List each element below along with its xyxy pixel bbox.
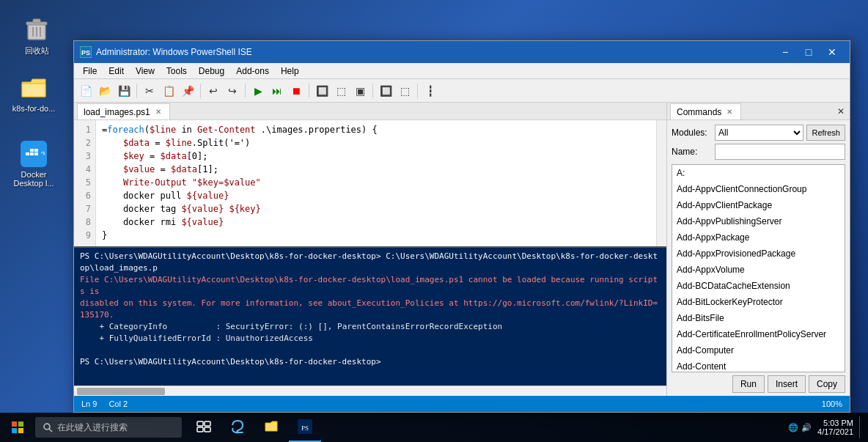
tb-run-sel[interactable]: ⏭ <box>268 82 286 100</box>
console-line-7: PS C:\Users\WDAGUtilityAccount\Desktop\k… <box>80 356 661 368</box>
tab-load-images[interactable]: load_images.ps1 ✕ <box>77 103 170 119</box>
tray-date: 4/17/2021 <box>817 427 853 436</box>
tb-save[interactable]: 💾 <box>115 82 133 100</box>
insert-button[interactable]: Insert <box>768 375 806 393</box>
tb-redo[interactable]: ↪ <box>224 82 241 100</box>
copy-button[interactable]: Copy <box>809 375 845 393</box>
status-col: Col 2 <box>108 399 128 408</box>
console-line-1: PS C:\Users\WDAGUtilityAccount\Desktop\k… <box>80 251 661 274</box>
editor-code[interactable]: =foreach($line in Get-Content .\images.p… <box>96 120 656 246</box>
window-titlebar: PS Administrator: Windows PowerShell ISE… <box>74 41 850 63</box>
cmd-item-9[interactable]: Add-CertificateEnrollmentPolicyServer <box>672 326 845 342</box>
tb-sep4 <box>309 84 309 98</box>
tb-stop[interactable]: ⏹ <box>287 82 305 100</box>
desktop-icon-k8s-folder[interactable]: k8s-for-do... <box>12 73 56 113</box>
commands-panel-close-button[interactable]: ✕ <box>835 106 847 117</box>
tb-undo[interactable]: ↩ <box>205 82 222 100</box>
menu-tools[interactable]: Tools <box>161 65 193 78</box>
cmd-item-2[interactable]: Add-AppvPublishingServer <box>672 213 845 229</box>
menu-edit[interactable]: Edit <box>103 65 130 78</box>
tb-debug3[interactable]: ▣ <box>351 82 369 100</box>
console-area[interactable]: PS C:\Users\WDAGUtilityAccount\Desktop\k… <box>74 246 666 386</box>
commands-list[interactable]: A: Add-AppvClientConnectionGroup Add-App… <box>672 164 845 372</box>
powershell-ise-window: PS Administrator: Windows PowerShell ISE… <box>73 40 850 413</box>
console-hscrollbar[interactable] <box>74 386 666 396</box>
svg-rect-16 <box>18 421 23 427</box>
modules-label: Modules: <box>672 128 712 138</box>
tab-close-button[interactable]: ✕ <box>153 107 163 117</box>
maximize-button[interactable]: □ <box>797 41 820 63</box>
tb-more[interactable]: ┇ <box>422 82 439 100</box>
tray-show-desktop[interactable] <box>859 416 862 438</box>
menu-help[interactable]: Help <box>275 65 305 78</box>
start-button[interactable] <box>0 413 35 442</box>
refresh-button[interactable]: Refresh <box>806 125 845 141</box>
editor-area[interactable]: 1 2 3 4 5 6 7 8 9 =foreach($line in Get-… <box>74 120 666 246</box>
status-zoom: 100% <box>822 399 842 408</box>
tb-run[interactable]: ▶ <box>249 82 267 100</box>
editor-tab-bar: load_images.ps1 ✕ <box>74 103 666 120</box>
name-row: Name: <box>672 144 845 160</box>
tb-cut[interactable]: ✂ <box>141 82 158 100</box>
console-line-6 <box>80 345 661 356</box>
tb-sep2 <box>200 84 201 98</box>
tb-sep5 <box>372 84 373 98</box>
editor-scrollbar[interactable] <box>656 120 666 246</box>
cmd-item-3[interactable]: Add-AppxPackage <box>672 229 845 246</box>
taskbar: 在此键入进行搜索 PS <box>0 413 868 442</box>
tb-paste[interactable]: 📌 <box>179 82 196 100</box>
cmd-item-8[interactable]: Add-BitsFile <box>672 310 845 326</box>
taskbar-app-taskview[interactable] <box>188 413 220 442</box>
tb-new[interactable]: 📄 <box>77 82 95 100</box>
cmd-item-1[interactable]: Add-AppvClientPackage <box>672 197 845 213</box>
menu-addons[interactable]: Add-ons <box>230 65 275 78</box>
modules-select[interactable]: All <box>715 125 803 141</box>
cmd-item-11[interactable]: Add-Content <box>672 358 845 372</box>
cmd-item-7[interactable]: Add-BitLockerKeyProtector <box>672 294 845 310</box>
commands-tab[interactable]: Commands ✕ <box>670 103 741 119</box>
menu-debug[interactable]: Debug <box>193 65 230 78</box>
svg-rect-21 <box>197 421 203 426</box>
cmd-item-10[interactable]: Add-Computer <box>672 342 845 358</box>
desktop-icon-docker[interactable]: Docker Desktop l... <box>12 139 56 188</box>
tb-debug2[interactable]: ⬚ <box>332 82 350 100</box>
svg-point-19 <box>44 424 50 430</box>
tb-copy[interactable]: 📋 <box>160 82 177 100</box>
tb-open[interactable]: 📂 <box>96 82 114 100</box>
commands-tab-close[interactable]: ✕ <box>724 107 735 117</box>
tb-debug1[interactable]: 🔲 <box>313 82 331 100</box>
commands-tab-header: Commands ✕ ✕ <box>667 103 850 120</box>
svg-rect-11 <box>34 149 38 152</box>
modules-row: Modules: All Refresh <box>672 125 845 141</box>
name-input[interactable] <box>715 144 845 160</box>
cmd-item-6[interactable]: Add-BCDataCacheExtension <box>672 278 845 294</box>
window-title: Administrator: Windows PowerShell ISE <box>96 47 773 57</box>
svg-rect-22 <box>205 421 210 426</box>
taskbar-app-powershell[interactable]: PS <box>289 413 321 442</box>
toolbar: 📄 📂 💾 ✂ 📋 📌 ↩ ↪ ▶ ⏭ ⏹ 🔲 ⬚ ▣ 🔲 ⬚ ┇ <box>74 79 850 103</box>
svg-rect-10 <box>30 149 34 152</box>
tb-zoom2[interactable]: ⬚ <box>396 82 413 100</box>
svg-point-12 <box>43 153 45 155</box>
run-button[interactable]: Run <box>732 375 765 393</box>
desktop-icon-recycle-bin[interactable]: 回收站 <box>15 15 59 56</box>
close-button[interactable]: ✕ <box>820 41 844 63</box>
hscroll-thumb[interactable] <box>77 388 165 395</box>
svg-line-20 <box>49 429 52 432</box>
taskbar-app-explorer[interactable] <box>255 413 287 442</box>
taskbar-tray: 🌐 🔊 5:03 PM 4/17/2021 <box>788 416 868 438</box>
tb-zoom1[interactable]: 🔲 <box>377 82 394 100</box>
console-line-5: + FullyQualifiedErrorId : UnauthorizedAc… <box>80 333 661 345</box>
status-bar: Ln 9 Col 2 100% <box>74 396 850 412</box>
cmd-item-0[interactable]: Add-AppvClientConnectionGroup <box>672 181 845 197</box>
tray-network-icon: 🌐 <box>788 423 798 432</box>
taskbar-search[interactable]: 在此键入进行搜索 <box>35 417 182 438</box>
cmd-item-a[interactable]: A: <box>672 165 845 181</box>
menu-file[interactable]: File <box>77 65 103 78</box>
cmd-item-4[interactable]: Add-AppxProvisionedPackage <box>672 246 845 262</box>
tray-clock: 5:03 PM 4/17/2021 <box>817 419 853 436</box>
minimize-button[interactable]: − <box>773 41 797 63</box>
menu-view[interactable]: View <box>130 65 161 78</box>
cmd-item-5[interactable]: Add-AppxVolume <box>672 262 845 278</box>
taskbar-app-edge[interactable] <box>221 413 254 442</box>
